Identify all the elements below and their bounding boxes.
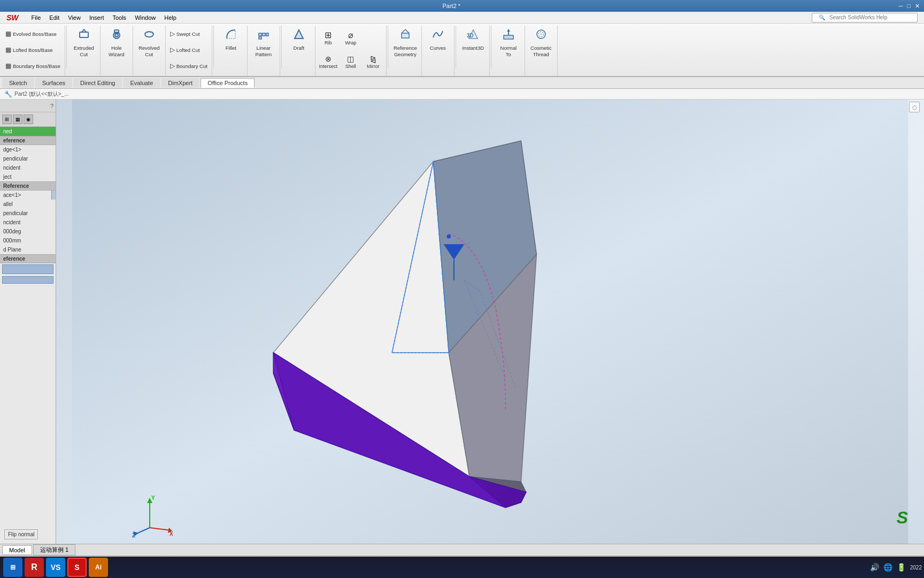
menu-window[interactable]: Window bbox=[130, 13, 160, 22]
menu-help[interactable]: Help bbox=[160, 13, 181, 22]
instant3d-btn[interactable]: 3D Instant3D bbox=[459, 26, 487, 54]
linear-pattern-icon bbox=[257, 28, 270, 44]
scroll-handle[interactable] bbox=[51, 191, 56, 200]
evolved-boss-base-btn[interactable]: ▦ Evolved Boss/Base bbox=[3, 29, 63, 39]
linear-pattern-group: LinearPattern bbox=[248, 26, 280, 76]
divider-1 bbox=[66, 26, 67, 69]
tab-dimxpert[interactable]: DimXpert bbox=[161, 78, 199, 88]
help-icon[interactable]: ? bbox=[50, 103, 53, 109]
extruded-cut-btn[interactable]: ExtrudedCut bbox=[70, 26, 98, 59]
panel-item-d-plane[interactable]: d Plane bbox=[0, 245, 56, 254]
minimize-btn[interactable]: ─ bbox=[899, 3, 903, 10]
panel-item-perpendicular-1[interactable]: pendicular bbox=[0, 154, 56, 163]
panel-item-0deg[interactable]: 000deg bbox=[0, 227, 56, 236]
lofted-cut-label: Lofted Cut bbox=[176, 47, 200, 53]
ribbon: ▦ Evolved Boss/Base ▦ Lofted Boss/Base ▦… bbox=[0, 24, 924, 77]
panel-item-edge1[interactable]: dge<1> bbox=[0, 145, 56, 154]
maximize-btn[interactable]: □ bbox=[907, 3, 911, 10]
panel-icon-1[interactable]: ⊞ bbox=[2, 115, 12, 124]
menu-insert[interactable]: Insert bbox=[85, 13, 109, 22]
panel-item-object[interactable]: ject bbox=[0, 172, 56, 181]
red-app-icon: R bbox=[31, 562, 37, 572]
section-reference-1: eference bbox=[0, 136, 56, 145]
lofted-boss-base-btn[interactable]: ▦ Lofted Boss/Base bbox=[3, 45, 63, 55]
lofted-boss-label: Lofted Boss/Base bbox=[13, 47, 52, 53]
svg-point-33 bbox=[446, 234, 451, 239]
tab-evaluate[interactable]: Evaluate bbox=[123, 78, 160, 88]
svg-rect-10 bbox=[402, 33, 409, 38]
cosmetic-thread-group: CosmeticThread bbox=[525, 26, 558, 76]
panel-icon-3[interactable]: ◉ bbox=[24, 115, 33, 124]
cosmetic-thread-btn[interactable]: CosmeticThread bbox=[527, 26, 555, 59]
panel-item-named[interactable]: ned bbox=[0, 127, 56, 136]
curves-btn[interactable]: Curves bbox=[424, 26, 452, 54]
normal-to-btn[interactable]: NormalTo bbox=[495, 26, 522, 59]
extruded-cut-icon bbox=[78, 28, 90, 44]
svg-rect-14 bbox=[504, 35, 513, 39]
tab-model[interactable]: Model bbox=[2, 545, 32, 555]
boundary-cut-btn[interactable]: ▷ Boundary Cut bbox=[168, 61, 210, 71]
app-vs[interactable]: VS bbox=[46, 558, 65, 577]
tab-motion-study[interactable]: 运动算例 1 bbox=[33, 544, 75, 556]
breadcrumb-icon: 🔧 bbox=[4, 90, 12, 98]
svg-marker-9 bbox=[295, 30, 303, 39]
panel-blue-box-2 bbox=[2, 276, 53, 284]
shell-btn[interactable]: ◫ Shell bbox=[340, 52, 361, 72]
svg-point-2 bbox=[115, 34, 118, 37]
start-btn[interactable]: ⊞ bbox=[3, 558, 22, 577]
tab-office-products[interactable]: Office Products bbox=[201, 78, 255, 88]
tray-icon-3: 🔋 bbox=[897, 563, 906, 572]
reference-geometry-btn[interactable]: ReferenceGeometry bbox=[391, 26, 419, 59]
svg-marker-16 bbox=[507, 29, 510, 32]
wrap-btn[interactable]: ⌀ Wrap bbox=[340, 28, 361, 48]
tray-icon-1: 🔊 bbox=[870, 563, 879, 572]
main-area: ? ⊞ ▦ ◉ ned eference dge<1> pendicular n… bbox=[0, 100, 924, 544]
panel-item-parallel[interactable]: allel bbox=[0, 200, 56, 209]
rib-btn[interactable]: ⊞ Rib bbox=[318, 28, 339, 48]
app-sw[interactable]: S bbox=[67, 558, 87, 577]
panel-item-incident-1[interactable]: ncident bbox=[0, 163, 56, 172]
app-red[interactable]: R bbox=[25, 558, 44, 577]
close-btn[interactable]: ✕ bbox=[915, 3, 920, 10]
section-reference-2: Reference bbox=[0, 181, 56, 191]
revolved-cut-btn[interactable]: RevolvedCut bbox=[135, 26, 163, 59]
panel-item-incident-2[interactable]: ncident bbox=[0, 218, 56, 227]
breadcrumb-path: Part2 (默认<<默认>_... bbox=[14, 90, 68, 98]
mirror-btn[interactable]: ⧎ Mirror bbox=[363, 52, 384, 72]
tab-sketch[interactable]: Sketch bbox=[2, 78, 34, 88]
draft-btn[interactable]: Draft bbox=[285, 26, 313, 54]
hole-wizard-label: HoleWizard bbox=[109, 45, 125, 57]
tabbar: Sketch Surfaces Direct Editing Evaluate … bbox=[0, 77, 924, 89]
viewport[interactable]: ⊞ 🔍 ◫ ◐ ● ◌ bbox=[56, 100, 924, 544]
hole-wizard-btn[interactable]: HoleWizard bbox=[103, 26, 130, 59]
fillet-btn[interactable]: Fillet bbox=[217, 26, 245, 54]
lofted-cut-btn[interactable]: ▷ Lofted Cut bbox=[168, 45, 210, 55]
panel-icon-2[interactable]: ▦ bbox=[13, 115, 22, 124]
3d-model-viewport bbox=[56, 100, 924, 544]
search-box[interactable]: 🔍 bbox=[812, 13, 918, 22]
tab-direct-editing[interactable]: Direct Editing bbox=[73, 78, 122, 88]
draft-group: Draft bbox=[283, 26, 315, 76]
app-ai[interactable]: Ai bbox=[89, 558, 108, 577]
flip-normal-btn[interactable]: Flip normal bbox=[4, 529, 38, 539]
linear-pattern-btn[interactable]: LinearPattern bbox=[250, 26, 278, 59]
menu-file[interactable]: File bbox=[27, 13, 45, 22]
menu-view[interactable]: View bbox=[64, 13, 85, 22]
extruded-cut-group: ExtrudedCut bbox=[68, 26, 101, 76]
svg-rect-0 bbox=[80, 32, 88, 37]
panel-item-0mm[interactable]: 000mm bbox=[0, 236, 56, 245]
swept-cut-btn[interactable]: ▷ Swept Cut bbox=[168, 29, 210, 39]
panel-item-face1[interactable]: ace<1> bbox=[0, 191, 56, 200]
menu-edit[interactable]: Edit bbox=[45, 13, 64, 22]
panel-item-perpendicular-2[interactable]: pendicular bbox=[0, 209, 56, 218]
boundary-boss-base-btn[interactable]: ▦ Boundary Boss/Base bbox=[3, 61, 63, 71]
taskbar-right: 🔊 🌐 🔋 2022 bbox=[870, 563, 922, 572]
vs-icon: VS bbox=[51, 563, 61, 572]
search-input[interactable] bbox=[829, 14, 915, 20]
tab-surfaces[interactable]: Surfaces bbox=[35, 78, 72, 88]
menu-tools[interactable]: Tools bbox=[108, 13, 130, 22]
intersect-icon: ⊗ bbox=[325, 55, 332, 64]
intersect-btn[interactable]: ⊗ Intersect bbox=[318, 52, 339, 72]
svg-rect-5 bbox=[259, 33, 261, 36]
lofted-cut-icon: ▷ bbox=[170, 46, 175, 54]
